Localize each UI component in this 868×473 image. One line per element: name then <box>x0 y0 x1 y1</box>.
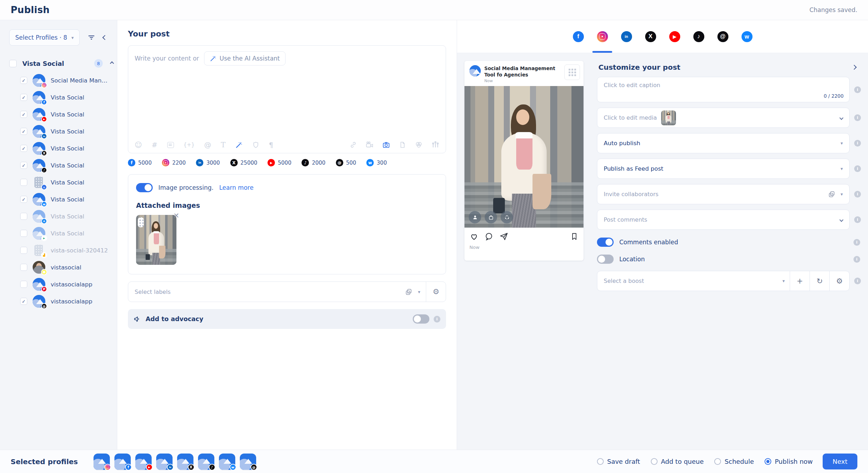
profile-checkbox[interactable] <box>20 162 27 169</box>
shield-icon[interactable] <box>252 141 259 148</box>
comments-enabled-info-icon[interactable]: i <box>853 239 860 246</box>
profile-checkbox[interactable] <box>20 145 27 152</box>
radio-icon[interactable] <box>714 458 721 465</box>
collapse-group-icon[interactable] <box>110 61 114 65</box>
network-tab[interactable] <box>644 20 657 53</box>
emoji-icon[interactable]: ☺ <box>135 141 142 148</box>
profile-checkbox[interactable] <box>20 128 27 135</box>
profile-row[interactable]: Social Media Managem... <box>9 72 113 89</box>
group-checkbox[interactable] <box>9 60 17 67</box>
profile-checkbox[interactable] <box>20 213 27 220</box>
profile-row[interactable]: vistasocial <box>9 259 113 276</box>
profile-row[interactable]: Vista Social <box>9 174 113 191</box>
drag-handle-icon[interactable] <box>138 217 144 227</box>
paragraph-icon[interactable]: ¶ <box>269 141 274 148</box>
network-tab[interactable] <box>717 20 729 53</box>
profile-row[interactable]: Vista Social <box>9 123 113 140</box>
share-icon[interactable] <box>499 232 508 241</box>
poll-stats-icon[interactable] <box>432 141 439 149</box>
post-editor[interactable]: Write your content or Use the AI Assista… <box>128 45 446 153</box>
radio-icon[interactable] <box>597 458 604 465</box>
auto-publish-select[interactable]: Auto publish ▾ <box>597 133 850 153</box>
profile-row[interactable]: vistasocialapp <box>9 293 113 310</box>
hashtag-icon[interactable]: # <box>152 141 158 148</box>
add-boost-button[interactable]: + <box>790 271 810 291</box>
mention-icon[interactable]: @ <box>204 141 211 148</box>
profile-row[interactable]: Vista Social <box>9 191 113 208</box>
network-tab[interactable] <box>669 20 681 53</box>
profile-row[interactable]: vista-social-320412 <box>9 242 113 259</box>
invite-collaborators-field[interactable]: Invite collaborators ▾ <box>597 184 850 204</box>
media-chevron-down-icon[interactable] <box>839 116 843 120</box>
apply-labels-icon[interactable] <box>405 288 412 296</box>
post-comments-chevron-icon[interactable] <box>839 218 843 222</box>
bookmark-icon[interactable] <box>570 232 579 241</box>
next-button[interactable]: Next <box>823 454 857 469</box>
saved-captions-icon[interactable] <box>167 142 174 148</box>
profile-row[interactable]: Vista Social <box>9 157 113 174</box>
profile-checkbox[interactable] <box>20 77 27 84</box>
link-icon[interactable] <box>350 141 357 148</box>
preview-layout-grid-icon[interactable] <box>564 64 580 80</box>
profile-checkbox[interactable] <box>20 94 27 101</box>
location-info-icon[interactable]: i <box>853 256 860 263</box>
refresh-boost-button[interactable]: ↻ <box>810 271 829 291</box>
select-profiles-dropdown[interactable]: Select Profiles · 8 ▾ <box>9 29 80 46</box>
profile-checkbox[interactable] <box>20 264 27 271</box>
text-format-icon[interactable]: T <box>221 141 225 148</box>
like-icon[interactable] <box>469 232 479 241</box>
radio-icon[interactable] <box>765 458 771 465</box>
video-icon[interactable] <box>366 141 373 149</box>
profile-checkbox[interactable] <box>20 111 27 118</box>
publish-option-radio[interactable]: Schedule <box>714 458 754 465</box>
collaborators-icon[interactable] <box>501 211 513 223</box>
boost-settings-icon[interactable]: ⚙ <box>829 271 849 291</box>
image-processing-toggle[interactable] <box>136 183 153 192</box>
apply-collaborators-icon[interactable] <box>828 190 835 198</box>
profile-checkbox[interactable] <box>20 179 27 186</box>
media-thumbnail[interactable] <box>661 110 676 125</box>
network-tab[interactable] <box>572 20 585 53</box>
file-icon[interactable] <box>399 141 406 148</box>
filter-icon[interactable] <box>88 34 95 41</box>
advocacy-info-icon[interactable]: i <box>434 316 440 323</box>
comments-enabled-toggle[interactable] <box>597 238 614 247</box>
profile-checkbox[interactable] <box>20 281 27 288</box>
invite-collaborators-info-icon[interactable]: i <box>854 191 861 198</box>
learn-more-link[interactable]: Learn more <box>219 184 254 191</box>
caption-field[interactable]: Click to edit caption 0 / 2200 <box>597 77 850 102</box>
profile-row[interactable]: Vista Social <box>9 89 113 106</box>
media-info-icon[interactable]: i <box>854 114 861 121</box>
boost-info-icon[interactable]: i <box>854 278 861 284</box>
publish-as-info-icon[interactable]: i <box>854 165 861 172</box>
profile-checkbox[interactable] <box>20 230 27 237</box>
camera-icon[interactable] <box>382 141 390 149</box>
ai-assistant-button[interactable]: Use the AI Assistant <box>204 51 286 65</box>
remove-image-icon[interactable]: ✕ <box>173 211 179 220</box>
boost-select[interactable]: Select a boost ▾ + ↻ ⚙ <box>597 271 850 291</box>
labels-settings-icon[interactable]: ⚙ <box>433 287 439 296</box>
expand-customize-icon[interactable] <box>852 65 857 70</box>
advocacy-toggle[interactable] <box>413 314 429 324</box>
collapse-sidebar-icon[interactable] <box>102 35 107 40</box>
profile-row[interactable]: Vista Social <box>9 140 113 157</box>
network-tab[interactable] <box>693 20 705 53</box>
variables-icon[interactable]: {+} <box>184 142 195 148</box>
comment-icon[interactable] <box>484 232 494 241</box>
profile-checkbox[interactable] <box>20 298 27 305</box>
profile-row[interactable]: vistasocialapp <box>9 276 113 293</box>
publish-as-select[interactable]: Publish as Feed post ▾ <box>597 159 850 179</box>
caption-info-icon[interactable]: i <box>854 86 861 93</box>
publish-option-radio[interactable]: Add to queue <box>651 458 704 465</box>
post-comments-info-icon[interactable]: i <box>854 216 861 223</box>
tag-products-icon[interactable] <box>485 211 497 223</box>
network-tab[interactable] <box>620 20 633 53</box>
attached-image-thumbnail[interactable]: ✕ <box>136 215 176 265</box>
labels-chevron-down-icon[interactable]: ▾ <box>418 289 421 295</box>
profile-row[interactable]: Vista Social <box>9 225 113 242</box>
profile-checkbox[interactable] <box>20 196 27 203</box>
profile-row[interactable]: Vista Social <box>9 106 113 123</box>
publish-option-radio[interactable]: Save draft <box>597 458 640 465</box>
media-field[interactable]: Click to edit media <box>597 108 850 128</box>
location-toggle[interactable] <box>597 255 614 264</box>
